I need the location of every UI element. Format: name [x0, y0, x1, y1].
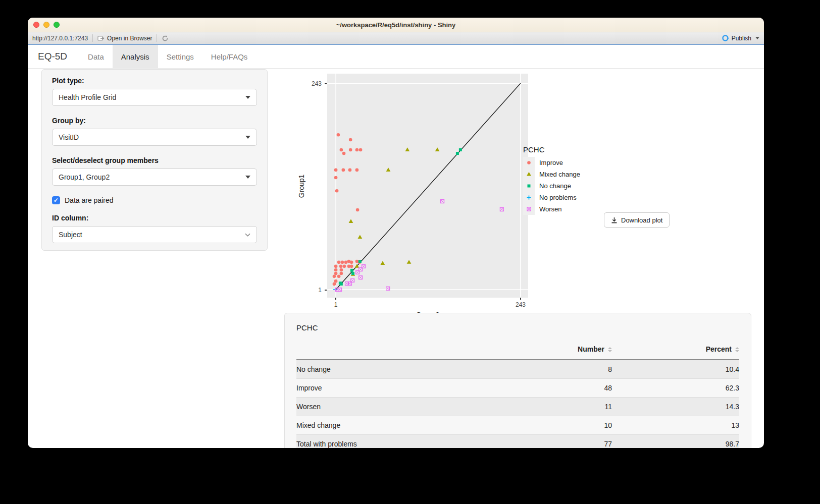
- toolbar: http://127.0.0.1:7243 Open in Browser: [28, 32, 764, 45]
- nav-tabs: DataAnalysisSettingsHelp/FAQs: [79, 45, 256, 68]
- publish-icon: [722, 34, 729, 42]
- tab-settings[interactable]: Settings: [158, 45, 202, 68]
- legend-item-mixed-change: Mixed change: [523, 169, 580, 180]
- table-cell-pct: 14.3: [612, 398, 739, 416]
- legend-label: Mixed change: [539, 171, 580, 178]
- paired-checkbox[interactable]: ✓: [52, 196, 60, 204]
- toolbar-divider: [92, 34, 93, 42]
- publish-label: Publish: [732, 35, 751, 42]
- plot-type-value: Health Profile Grid: [59, 93, 116, 101]
- reload-icon[interactable]: [162, 35, 169, 42]
- box-x-marker-icon: [523, 203, 535, 215]
- x-tick-1: 1: [330, 301, 342, 308]
- table-cell-num: 10: [497, 416, 612, 435]
- close-window-button[interactable]: [33, 22, 39, 28]
- legend-item-no-change: No change: [523, 180, 580, 192]
- app-brand: EQ-5D: [38, 45, 67, 68]
- legend: ImproveMixed changeNo changeNo problemsW…: [523, 157, 580, 215]
- legend-label: No change: [539, 182, 571, 190]
- download-icon: [611, 217, 618, 223]
- y-tick-1: 1: [305, 287, 322, 294]
- group-members-value: Group1, Group2: [59, 173, 110, 181]
- circle-marker-icon: [523, 157, 535, 169]
- app-window: ~/workspace/R/eq5d/inst/shiny - Shiny ht…: [28, 18, 764, 448]
- table-cell-label: Worsen: [296, 398, 497, 416]
- table-cell-num: 77: [497, 435, 612, 449]
- chevron-down-icon: [245, 136, 250, 139]
- y-tickmark: [325, 290, 327, 291]
- summary-table-header-row: Number Percent: [296, 342, 739, 360]
- open-in-browser-label: Open in Browser: [107, 35, 152, 42]
- zoom-window-button[interactable]: [54, 22, 60, 28]
- tab-help-faqs[interactable]: Help/FAQs: [202, 45, 257, 68]
- table-row: Mixed change1013: [296, 416, 739, 435]
- summary-table: Number Percent No change810.4Improve4862…: [296, 342, 739, 448]
- health-profile-grid-plot: [327, 74, 528, 298]
- table-cell-label: No change: [296, 360, 497, 379]
- legend-item-improve: Improve: [523, 157, 580, 169]
- table-cell-pct: 98.7: [612, 435, 739, 449]
- table-row: Worsen1114.3: [296, 398, 739, 416]
- number-column-header[interactable]: Number: [497, 342, 612, 360]
- row-label-column-header: [296, 342, 497, 360]
- summary-table-title: PCHC: [296, 323, 739, 332]
- table-row: No change810.4: [296, 360, 739, 379]
- sort-icon: [735, 347, 739, 352]
- table-row: Improve4862.3: [296, 379, 739, 398]
- titlebar: ~/workspace/R/eq5d/inst/shiny - Shiny: [28, 18, 764, 32]
- chevron-down-icon: [245, 233, 250, 237]
- id-column-select[interactable]: Subject: [52, 226, 257, 243]
- legend-title: PCHC: [523, 145, 545, 154]
- percent-header-label: Percent: [706, 345, 732, 353]
- url-text: http://127.0.0.1:7243: [32, 35, 88, 42]
- summary-table-card: PCHC Number Percent No change810.4Improv…: [284, 313, 751, 448]
- table-row: Total with problems7798.7: [296, 435, 739, 449]
- id-column-value: Subject: [59, 231, 82, 239]
- x-tick-243: 243: [515, 301, 527, 308]
- y-tickmark: [325, 83, 327, 84]
- download-plot-button[interactable]: Download plot: [604, 212, 670, 228]
- legend-label: No problems: [539, 194, 577, 201]
- group-members-label: Select/deselect group members: [52, 156, 257, 164]
- tab-data[interactable]: Data: [79, 45, 113, 68]
- id-column-label: ID column:: [52, 214, 257, 222]
- group-by-label: Group by:: [52, 117, 257, 125]
- legend-item-worsen: Worsen: [523, 203, 580, 215]
- publish-button[interactable]: Publish: [722, 34, 759, 42]
- table-cell-num: 48: [497, 379, 612, 398]
- plot-panel: [327, 74, 528, 298]
- group-by-value: VisitID: [59, 133, 79, 141]
- publish-caret-icon: [755, 37, 759, 39]
- table-cell-label: Mixed change: [296, 416, 497, 435]
- plot-type-label: Plot type:: [52, 77, 257, 85]
- percent-column-header[interactable]: Percent: [612, 342, 739, 360]
- legend-label: Improve: [539, 159, 563, 166]
- traffic-lights: [33, 22, 60, 28]
- plot-type-select[interactable]: Health Profile Grid: [52, 89, 257, 106]
- table-cell-num: 11: [497, 398, 612, 416]
- y-tick-243: 243: [305, 80, 322, 87]
- tab-analysis[interactable]: Analysis: [113, 45, 158, 68]
- chevron-down-icon: [245, 176, 250, 179]
- table-cell-label: Total with problems: [296, 435, 497, 449]
- triangle-marker-icon: [523, 169, 535, 180]
- download-plot-label: Download plot: [621, 216, 662, 224]
- sort-icon: [608, 347, 612, 352]
- minimize-window-button[interactable]: [43, 22, 49, 28]
- square-marker-icon: [523, 180, 535, 192]
- toolbar-divider: [157, 34, 157, 42]
- legend-label: Worsen: [539, 205, 562, 213]
- group-members-select[interactable]: Group1, Group2: [52, 169, 257, 186]
- table-cell-pct: 13: [612, 416, 739, 435]
- table-cell-pct: 10.4: [612, 360, 739, 379]
- open-in-browser-button[interactable]: Open in Browser: [97, 35, 152, 42]
- navbar: EQ-5D DataAnalysisSettingsHelp/FAQs: [28, 45, 764, 69]
- y-axis-title: Group1: [297, 161, 305, 211]
- paired-checkbox-label: Data are paired: [65, 196, 114, 204]
- x-tickmark: [520, 298, 521, 300]
- paired-checkbox-row: ✓ Data are paired: [52, 196, 257, 204]
- chevron-down-icon: [245, 96, 250, 99]
- plus-marker-icon: [523, 192, 535, 203]
- legend-item-no-problems: No problems: [523, 192, 580, 203]
- group-by-select[interactable]: VisitID: [52, 129, 257, 146]
